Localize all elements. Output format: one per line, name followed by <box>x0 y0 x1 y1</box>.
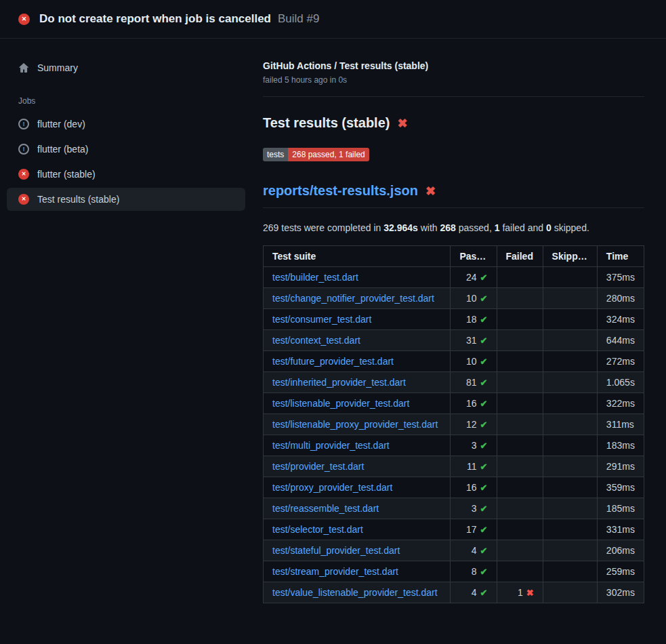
table-row: test/reassemble_test.dart 3✔ 185ms <box>264 498 644 519</box>
suite-link[interactable]: test/builder_test.dart <box>272 272 358 283</box>
suite-link[interactable]: test/provider_test.dart <box>272 461 364 472</box>
passed-cell: 3✔ <box>451 498 497 519</box>
table-row: test/stateful_provider_test.dart 4✔ 206m… <box>264 540 644 561</box>
home-icon <box>18 62 29 73</box>
skipped-cell <box>543 393 597 414</box>
time-cell: 331ms <box>597 519 644 540</box>
check-icon: ✔ <box>480 315 488 325</box>
column-header-test-suite: Test suite <box>264 246 451 267</box>
check-icon: ✔ <box>480 378 488 388</box>
suite-cell: test/provider_test.dart <box>264 456 451 477</box>
passed-cell: 17✔ <box>451 519 497 540</box>
sidebar: Summary Jobs ! flutter (dev) ! flutter (… <box>0 39 252 644</box>
suite-cell: test/stateful_provider_test.dart <box>264 540 451 561</box>
suite-link[interactable]: test/value_listenable_provider_test.dart <box>272 587 438 598</box>
suite-link[interactable]: test/multi_provider_test.dart <box>272 440 390 451</box>
suite-link[interactable]: test/stateful_provider_test.dart <box>272 545 400 556</box>
sidebar-item-label: Summary <box>37 62 78 73</box>
table-row: test/provider_test.dart 11✔ 291ms <box>264 456 644 477</box>
skipped-cell <box>543 267 597 288</box>
passed-wrap: 16✔ <box>466 482 487 493</box>
suite-cell: test/consumer_test.dart <box>264 309 451 330</box>
failed-cell <box>497 540 543 561</box>
breadcrumb: GitHub Actions / Test results (stable) <box>263 60 644 71</box>
run-status-line: failed 5 hours ago in 0s <box>263 75 644 85</box>
table-row: test/multi_provider_test.dart 3✔ 183ms <box>264 435 644 456</box>
page-title: Do not create report when job is cancell… <box>39 12 271 26</box>
total-duration: 32.964s <box>383 222 418 233</box>
time-cell: 311ms <box>597 414 644 435</box>
time-cell: 375ms <box>597 267 644 288</box>
check-icon: ✔ <box>480 357 488 367</box>
table-row: test/listenable_provider_test.dart 16✔ 3… <box>264 393 644 414</box>
passed-count: 24 <box>466 272 477 283</box>
time-cell: 259ms <box>597 561 644 582</box>
failed-cell <box>497 477 543 498</box>
suite-cell: test/listenable_proxy_provider_test.dart <box>264 414 451 435</box>
passed-cell: 31✔ <box>451 330 497 351</box>
sidebar-item-flutter-dev[interactable]: ! flutter (dev) <box>7 113 245 136</box>
passed-count: 12 <box>466 419 477 430</box>
time-cell: 206ms <box>597 540 644 561</box>
section-title: Test results (stable) <box>263 115 390 131</box>
passed-cell: 18✔ <box>451 309 497 330</box>
summary-sentence: 269 tests were completed in 32.964s with… <box>263 222 644 233</box>
failed-cell <box>497 519 543 540</box>
results-table: Test suite Passed Failed Skipped Time te… <box>263 245 644 603</box>
time-cell: 185ms <box>597 498 644 519</box>
suite-link[interactable]: test/change_notifier_provider_test.dart <box>272 293 434 304</box>
skipped-cell <box>543 456 597 477</box>
skipped-cell <box>543 330 597 351</box>
suite-link[interactable]: test/stream_provider_test.dart <box>272 566 398 577</box>
sidebar-item-test-results-stable[interactable]: ✕ Test results (stable) <box>7 188 245 211</box>
passed-cell: 16✔ <box>451 393 497 414</box>
suite-link[interactable]: test/listenable_provider_test.dart <box>272 398 409 409</box>
time-cell: 1.065s <box>597 372 644 393</box>
alert-circle-icon: ! <box>18 119 29 129</box>
x-circle-icon: ✕ <box>18 169 29 180</box>
sidebar-item-label: flutter (dev) <box>37 119 85 129</box>
check-icon: ✔ <box>480 420 488 430</box>
jobs-section-label: Jobs <box>7 81 245 113</box>
failed-total: 1 <box>495 222 500 233</box>
passed-wrap: 3✔ <box>472 503 488 514</box>
alert-circle-icon: ! <box>18 144 29 155</box>
passed-count: 10 <box>466 293 477 304</box>
sidebar-item-summary[interactable]: Summary <box>7 56 245 79</box>
suite-cell: test/change_notifier_provider_test.dart <box>264 288 451 309</box>
failed-cell <box>497 351 543 372</box>
passed-wrap: 8✔ <box>472 566 488 577</box>
passed-cell: 24✔ <box>451 267 497 288</box>
suite-link[interactable]: test/consumer_test.dart <box>272 314 371 325</box>
failed-cell <box>497 393 543 414</box>
sidebar-item-label: flutter (stable) <box>37 169 96 180</box>
suite-cell: test/context_test.dart <box>264 330 451 351</box>
passed-count: 81 <box>466 377 477 388</box>
suite-link[interactable]: test/proxy_provider_test.dart <box>272 482 392 493</box>
sidebar-item-flutter-beta[interactable]: ! flutter (beta) <box>7 138 245 161</box>
report-file-link[interactable]: reports/test-results.json <box>263 183 418 199</box>
suite-link[interactable]: test/future_provider_test.dart <box>272 356 394 367</box>
sidebar-item-flutter-stable[interactable]: ✕ flutter (stable) <box>7 163 245 186</box>
suite-link[interactable]: test/context_test.dart <box>272 335 360 346</box>
check-icon: ✔ <box>480 504 488 514</box>
failed-cell <box>497 267 543 288</box>
time-cell: 644ms <box>597 330 644 351</box>
passed-count: 16 <box>466 398 477 409</box>
passed-count: 3 <box>472 440 477 451</box>
table-row: test/proxy_provider_test.dart 16✔ 359ms <box>264 477 644 498</box>
failed-cell <box>497 456 543 477</box>
passed-cell: 4✔ <box>451 582 497 603</box>
check-icon: ✔ <box>480 483 488 493</box>
time-cell: 302ms <box>597 582 644 603</box>
suite-link[interactable]: test/reassemble_test.dart <box>272 503 379 514</box>
suite-link[interactable]: test/inherited_provider_test.dart <box>272 377 406 388</box>
check-icon: ✔ <box>480 441 488 451</box>
column-header-skipped: Skipped <box>543 246 597 267</box>
suite-cell: test/proxy_provider_test.dart <box>264 477 451 498</box>
suite-link[interactable]: test/selector_test.dart <box>272 524 363 535</box>
suite-link[interactable]: test/listenable_proxy_provider_test.dart <box>272 419 438 430</box>
passed-wrap: 16✔ <box>466 398 487 409</box>
suite-cell: test/reassemble_test.dart <box>264 498 451 519</box>
passed-cell: 12✔ <box>451 414 497 435</box>
